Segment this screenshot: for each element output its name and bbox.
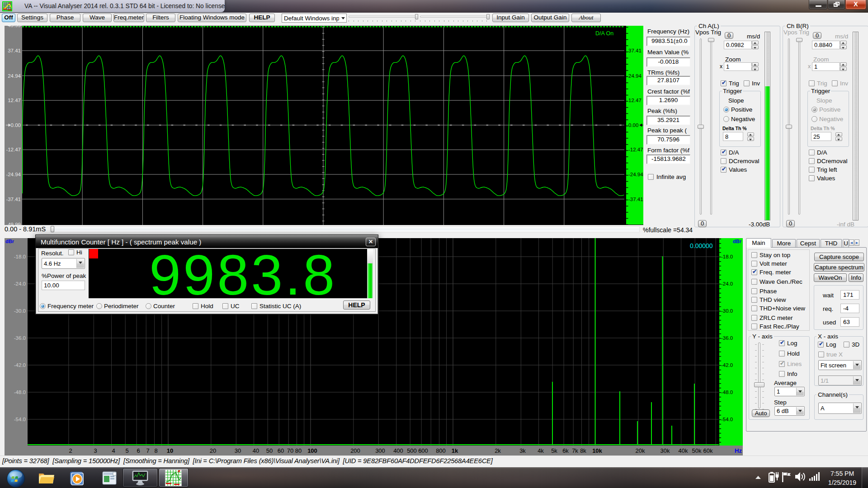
svg-text:0.00: 0.00 bbox=[11, 122, 21, 128]
svg-text:10: 10 bbox=[167, 447, 173, 454]
svg-text:-18.0: -18.0 bbox=[721, 254, 733, 259]
svg-text:40: 40 bbox=[253, 447, 259, 454]
svg-text:-24.0: -24.0 bbox=[14, 281, 26, 286]
svg-text:50k: 50k bbox=[692, 447, 702, 454]
svg-text:-12.47: -12.47 bbox=[6, 147, 21, 152]
svg-text:-18.0: -18.0 bbox=[14, 254, 26, 259]
svg-text:5: 5 bbox=[125, 447, 128, 454]
svg-text:37.41: 37.41 bbox=[8, 48, 21, 53]
svg-text:-42.0: -42.0 bbox=[14, 362, 26, 368]
svg-text:37.41: 37.41 bbox=[628, 48, 642, 53]
svg-text:300: 300 bbox=[375, 447, 385, 454]
svg-text:-42.0: -42.0 bbox=[721, 362, 733, 368]
svg-text:40k: 40k bbox=[679, 447, 688, 454]
svg-text:50: 50 bbox=[266, 447, 273, 454]
svg-text:-37.41: -37.41 bbox=[628, 197, 643, 202]
svg-text:4k: 4k bbox=[538, 447, 544, 454]
svg-text:-24.94: -24.94 bbox=[628, 172, 643, 177]
svg-text:200: 200 bbox=[350, 447, 360, 454]
svg-text:0.00000: 0.00000 bbox=[690, 242, 713, 249]
svg-text:0.00: 0.00 bbox=[628, 122, 638, 128]
svg-text:dBr: dBr bbox=[5, 239, 14, 244]
svg-text:70: 70 bbox=[287, 447, 293, 454]
svg-text:dBr: dBr bbox=[733, 239, 742, 244]
svg-text:60: 60 bbox=[278, 447, 284, 454]
svg-text:3: 3 bbox=[94, 447, 97, 454]
svg-text:30: 30 bbox=[235, 447, 241, 454]
svg-text:-24.0: -24.0 bbox=[721, 281, 733, 286]
svg-text:2: 2 bbox=[69, 447, 72, 454]
svg-text:80: 80 bbox=[295, 447, 302, 454]
svg-text:7: 7 bbox=[146, 447, 149, 454]
svg-text:30k: 30k bbox=[660, 447, 670, 454]
svg-text:20: 20 bbox=[210, 447, 216, 454]
svg-text:24.94: 24.94 bbox=[8, 73, 21, 79]
svg-text:-48.0: -48.0 bbox=[14, 389, 26, 395]
svg-text:10k: 10k bbox=[592, 447, 602, 454]
svg-text:3k: 3k bbox=[519, 447, 526, 454]
svg-text:100: 100 bbox=[307, 447, 317, 454]
svg-text:-24.94: -24.94 bbox=[6, 172, 21, 177]
svg-text:2k: 2k bbox=[495, 447, 501, 454]
svg-text:24.94: 24.94 bbox=[628, 73, 642, 79]
svg-text:Hz: Hz bbox=[735, 447, 742, 454]
svg-text:-37.41: -37.41 bbox=[6, 197, 21, 202]
svg-text:-48.0: -48.0 bbox=[721, 389, 733, 395]
svg-text:49.99: 49.99 bbox=[8, 26, 21, 28]
svg-text:8: 8 bbox=[154, 447, 157, 454]
svg-text:-36.0: -36.0 bbox=[14, 335, 26, 341]
svg-text:6k: 6k bbox=[562, 447, 569, 454]
svg-text:12.47: 12.47 bbox=[628, 98, 642, 103]
svg-text:-30.0: -30.0 bbox=[721, 308, 733, 314]
svg-text:7k: 7k bbox=[572, 447, 578, 454]
svg-text:-36.0: -36.0 bbox=[721, 335, 733, 341]
svg-text:8k: 8k bbox=[580, 447, 586, 454]
svg-text:500: 500 bbox=[407, 447, 417, 454]
svg-text:60k: 60k bbox=[703, 447, 713, 454]
svg-text:-30.0: -30.0 bbox=[14, 308, 26, 314]
svg-text:12.47: 12.47 bbox=[8, 98, 21, 103]
svg-text:-54.0: -54.0 bbox=[721, 417, 733, 422]
svg-text:600: 600 bbox=[418, 447, 428, 454]
svg-text:-49.99: -49.99 bbox=[6, 222, 21, 225]
svg-text:5k: 5k bbox=[551, 447, 557, 454]
svg-text:4: 4 bbox=[112, 447, 115, 454]
svg-text:800: 800 bbox=[436, 447, 446, 454]
svg-text:-54.0: -54.0 bbox=[14, 417, 26, 422]
svg-text:20k: 20k bbox=[636, 447, 645, 454]
svg-text:D/A On: D/A On bbox=[595, 30, 613, 37]
svg-text:400: 400 bbox=[393, 447, 403, 454]
svg-text:6: 6 bbox=[137, 447, 140, 454]
svg-text:-12.47: -12.47 bbox=[628, 147, 643, 152]
svg-text:1k: 1k bbox=[452, 447, 458, 454]
